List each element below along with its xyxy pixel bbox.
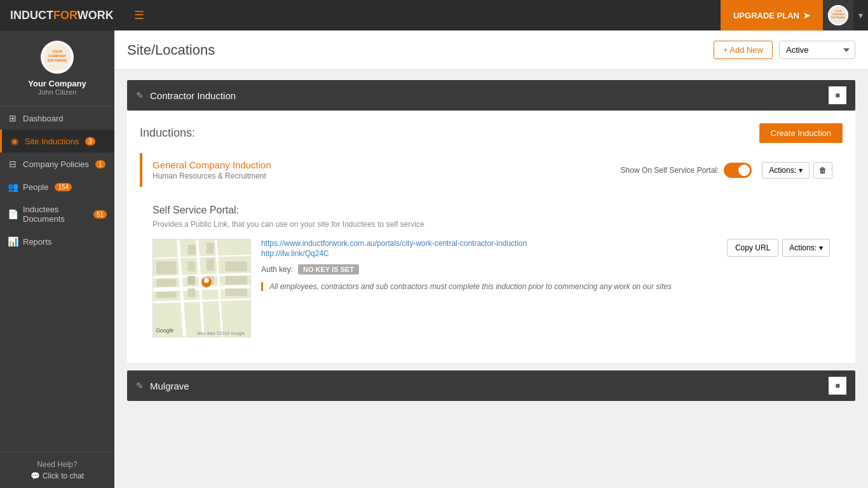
map-container: Google Map data ©2016 Google bbox=[153, 239, 251, 337]
main-layout: YOUR COMPANY SOFTWARE Your Company John … bbox=[0, 30, 868, 488]
people-icon: 👥 bbox=[8, 182, 18, 192]
chevron-down-icon: ▾ bbox=[799, 166, 803, 175]
induction-info: General Company Induction Human Resource… bbox=[153, 159, 621, 180]
chevron-down-icon: ▾ bbox=[819, 243, 823, 252]
ssp-note: All employees, contractors and sub contr… bbox=[261, 282, 707, 291]
svg-rect-18 bbox=[187, 245, 196, 255]
ssp-actions: Copy URL Actions: ▾ bbox=[727, 239, 830, 257]
induction-item: General Company Induction Human Resource… bbox=[140, 153, 843, 187]
auth-key-label: Auth key: bbox=[261, 265, 293, 274]
sidebar-item-people[interactable]: 👥 People 154 bbox=[0, 175, 114, 198]
copy-url-button[interactable]: Copy URL bbox=[727, 239, 778, 257]
logo-work: WORK bbox=[78, 9, 114, 22]
sidebar-item-site-inductions[interactable]: ◉ Site Inductions 3 bbox=[0, 130, 114, 152]
auth-key-row: Auth key: NO KEY IS SET bbox=[261, 264, 707, 274]
svg-rect-29 bbox=[187, 288, 195, 297]
top-nav-left: INDUCTFORWORK ☰ bbox=[0, 8, 154, 22]
badge: 3 bbox=[85, 137, 95, 146]
hamburger-icon[interactable]: ☰ bbox=[124, 8, 154, 22]
svg-text:YOUR: YOUR bbox=[52, 50, 62, 53]
reports-icon: 📊 bbox=[8, 236, 18, 247]
help-text: Need Help? bbox=[8, 460, 107, 469]
mulgrave-collapse-button[interactable]: ■ bbox=[829, 377, 846, 395]
content-area: Site/Locations + Add New Active Inactive… bbox=[114, 30, 868, 488]
company-policies-icon: ⊟ bbox=[8, 159, 18, 169]
ssp-title: Self Service Portal: bbox=[153, 205, 830, 216]
mulgrave-section: ✎ Mulgrave ■ bbox=[127, 370, 855, 401]
sidebar-item-dashboard[interactable]: ⊞ Dashboard bbox=[0, 107, 114, 130]
company-name: Your Company bbox=[28, 79, 86, 88]
username: John Citizen bbox=[38, 88, 77, 96]
svg-text:SOFTWARE: SOFTWARE bbox=[831, 16, 846, 19]
sidebar-item-label: Site Inductions bbox=[25, 137, 79, 146]
self-service-portal-section: Self Service Portal: Provides a Public L… bbox=[140, 192, 843, 350]
sidebar-user: YOUR COMPANY SOFTWARE Your Company John … bbox=[0, 30, 114, 107]
user-avatar-top[interactable]: YOUR COMPANY SOFTWARE bbox=[823, 0, 853, 30]
user-menu-chevron-icon[interactable]: ▾ bbox=[853, 10, 868, 20]
ssp-full-url[interactable]: https://www.inductforwork.com.au/portals… bbox=[261, 239, 707, 248]
add-new-button[interactable]: + Add New bbox=[714, 41, 773, 59]
map-image: Google Map data ©2016 Google bbox=[153, 240, 250, 337]
svg-rect-30 bbox=[226, 288, 248, 296]
svg-text:COMPANY: COMPANY bbox=[48, 54, 66, 58]
ssp-short-url[interactable]: http://ifw.link/Qq24C bbox=[261, 249, 707, 258]
content-header: Site/Locations + Add New Active Inactive… bbox=[114, 30, 868, 70]
create-induction-button[interactable]: Create Induction bbox=[759, 123, 843, 143]
ssp-content: Google Map data ©2016 Google https://www… bbox=[153, 239, 830, 337]
chat-label: Click to chat bbox=[43, 471, 84, 480]
sidebar-item-label: Inductees Documents bbox=[23, 205, 87, 224]
induction-actions-button[interactable]: Actions: ▾ bbox=[762, 162, 810, 179]
upgrade-plan-button[interactable]: UPGRADE PLAN ➤ bbox=[721, 0, 823, 30]
svg-rect-23 bbox=[226, 262, 248, 272]
svg-rect-22 bbox=[207, 259, 214, 271]
svg-rect-19 bbox=[207, 243, 214, 254]
avatar: YOUR COMPANY SOFTWARE bbox=[41, 41, 74, 74]
ssp-info: https://www.inductforwork.com.au/portals… bbox=[261, 239, 707, 291]
self-service-portal-toggle[interactable] bbox=[724, 163, 752, 178]
svg-point-32 bbox=[204, 278, 209, 283]
sidebar-item-label: People bbox=[23, 182, 48, 192]
badge: 51 bbox=[93, 210, 107, 219]
logo-induct: INDUCT bbox=[10, 9, 53, 22]
induction-delete-button[interactable]: 🗑 bbox=[813, 162, 832, 179]
no-key-badge: NO KEY IS SET bbox=[298, 264, 359, 274]
top-nav-right: UPGRADE PLAN ➤ YOUR COMPANY SOFTWARE ▾ bbox=[721, 0, 868, 30]
sidebar-nav: ⊞ Dashboard ◉ Site Inductions 3 ⊟ Compan… bbox=[0, 107, 114, 452]
status-select[interactable]: Active Inactive All bbox=[779, 41, 855, 59]
contractor-induction-section: ✎ Contractor Induction ■ bbox=[127, 80, 855, 111]
inductions-header: Inductions: Create Induction bbox=[140, 123, 843, 143]
section-title: Contractor Induction bbox=[150, 90, 829, 101]
sidebar-item-company-policies[interactable]: ⊟ Company Policies 1 bbox=[0, 152, 114, 175]
svg-text:Map data ©2016 Google: Map data ©2016 Google bbox=[197, 331, 245, 336]
svg-text:SOFTWARE: SOFTWARE bbox=[47, 58, 67, 62]
edit-icon[interactable]: ✎ bbox=[136, 381, 144, 391]
badge: 154 bbox=[55, 183, 72, 191]
inductions-title: Inductions: bbox=[140, 126, 195, 140]
svg-rect-25 bbox=[187, 276, 195, 285]
content-body: ✎ Contractor Induction ■ Inductions: Cre… bbox=[114, 70, 868, 411]
documents-icon: 📄 bbox=[8, 209, 18, 219]
edit-icon[interactable]: ✎ bbox=[136, 90, 144, 100]
sidebar: YOUR COMPANY SOFTWARE Your Company John … bbox=[0, 30, 114, 488]
sidebar-item-inductees-documents[interactable]: 📄 Inductees Documents 51 bbox=[0, 198, 114, 230]
inductions-card: Inductions: Create Induction General Com… bbox=[127, 111, 855, 363]
top-navbar: INDUCTFORWORK ☰ UPGRADE PLAN ➤ YOUR COMP… bbox=[0, 0, 868, 30]
sidebar-item-reports[interactable]: 📊 Reports bbox=[0, 230, 114, 253]
induction-toggle-section: Show On Self Service Portal: bbox=[621, 163, 752, 178]
svg-rect-20 bbox=[156, 262, 177, 274]
dashboard-icon: ⊞ bbox=[8, 113, 18, 123]
induction-name[interactable]: General Company Induction bbox=[153, 159, 621, 170]
mulgrave-title: Mulgrave bbox=[150, 381, 829, 391]
svg-rect-28 bbox=[156, 292, 177, 298]
svg-rect-21 bbox=[187, 262, 195, 272]
chat-icon: 💬 bbox=[31, 471, 40, 480]
section-collapse-button[interactable]: ■ bbox=[829, 86, 846, 104]
chat-link[interactable]: 💬 Click to chat bbox=[8, 471, 107, 480]
header-actions: + Add New Active Inactive All bbox=[714, 41, 855, 59]
svg-rect-24 bbox=[156, 279, 177, 287]
avatar-circle: YOUR COMPANY SOFTWARE bbox=[828, 5, 848, 25]
badge: 1 bbox=[95, 160, 105, 168]
ssp-actions-button[interactable]: Actions: ▾ bbox=[782, 239, 830, 257]
page-title: Site/Locations bbox=[127, 42, 215, 58]
induction-description: Human Resources & Recruitment bbox=[153, 172, 621, 180]
